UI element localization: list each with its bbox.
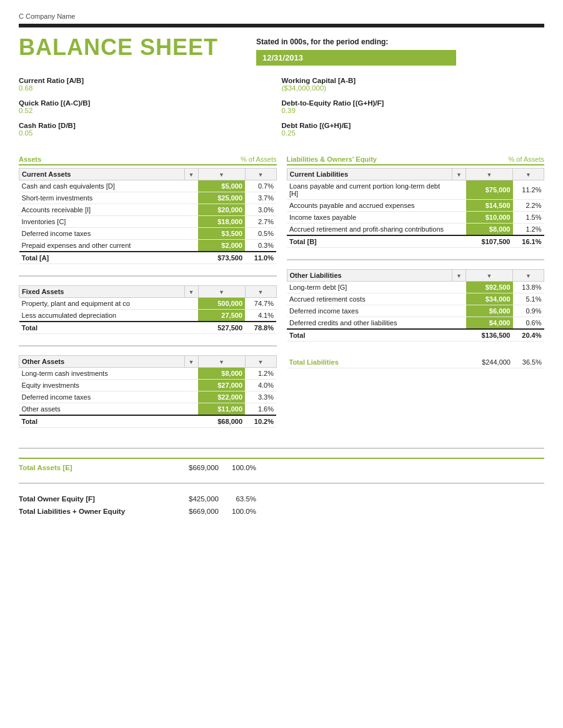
assets-pct-header: % of Assets xyxy=(241,155,276,163)
current-assets-block: Current Assets ▼ ▼ ▼ Cash and cash equiv… xyxy=(19,168,277,264)
col-drop3[interactable]: ▼ xyxy=(513,169,544,180)
table-row: Long-term cash investments $8,000 1.2% xyxy=(19,368,277,380)
col-drop1[interactable]: ▼ xyxy=(184,286,198,298)
total-assets-pct: 100.0% xyxy=(219,464,256,471)
total-owner-equity-value: $425,000 xyxy=(156,495,219,503)
ratios-left: Current Ratio [A/B] 0.68 Quick Ratio [(A… xyxy=(19,77,282,144)
row-label: Loans payable and current portion long-t… xyxy=(287,180,452,200)
total-row: Total [A] $73,500 11.0% xyxy=(19,252,277,264)
row-label: Income taxes payable xyxy=(287,212,452,224)
col-drop1[interactable]: ▼ xyxy=(452,169,466,180)
row-value: $8,000 xyxy=(466,224,513,236)
row-label: Deferred income taxes xyxy=(19,228,185,240)
row-pct: 3.0% xyxy=(245,204,276,216)
row-value: $14,500 xyxy=(466,200,513,212)
row-label: Deferred income taxes xyxy=(287,305,452,317)
total-row: Total $136,500 20.4% xyxy=(287,329,544,342)
top-bar xyxy=(19,24,544,27)
table-row: Deferred income taxes $3,500 0.5% xyxy=(19,228,277,240)
row-drop xyxy=(184,228,198,240)
row-pct: 74.7% xyxy=(245,298,276,310)
header-row: BALANCE SHEET Stated in 000s, for the pe… xyxy=(19,35,544,66)
current-assets-title: Current Assets xyxy=(19,169,185,180)
total-liabilities-equity-label: Total Liabilities + Owner Equity xyxy=(19,508,156,515)
current-assets-table: Current Assets ▼ ▼ ▼ Cash and cash equiv… xyxy=(19,168,277,264)
ratio-current: Current Ratio [A/B] 0.68 xyxy=(19,77,282,92)
col-drop2[interactable]: ▼ xyxy=(198,169,245,180)
col-drop2[interactable]: ▼ xyxy=(466,270,513,282)
row-pct: 4.1% xyxy=(245,310,276,322)
col-drop1[interactable]: ▼ xyxy=(452,270,466,282)
row-label: Long-term cash investments xyxy=(19,368,185,380)
title-block: BALANCE SHEET xyxy=(19,35,256,60)
row-value: $20,000 xyxy=(198,204,245,216)
total-assets-row: Total Assets [E] $669,000 100.0% xyxy=(19,461,544,474)
col-drop1[interactable]: ▼ xyxy=(184,356,198,368)
row-pct: 3.3% xyxy=(245,391,276,403)
row-value: $75,000 xyxy=(466,180,513,200)
total-value: $68,000 xyxy=(198,415,245,428)
col-drop3[interactable]: ▼ xyxy=(245,286,276,298)
row-drop xyxy=(184,298,198,310)
row-value: $5,000 xyxy=(198,180,245,192)
assets-section-header: Assets % of Assets xyxy=(19,155,277,165)
total-drop xyxy=(452,235,466,248)
ratio-cash-label: Cash Ratio [D/B] xyxy=(19,122,282,129)
row-value: $25,000 xyxy=(198,192,245,204)
col-drop3[interactable]: ▼ xyxy=(245,169,276,180)
period-value[interactable]: 12/31/2013 xyxy=(256,50,456,66)
total-value: 527,500 xyxy=(198,322,245,334)
row-label: Accrued retirement and profit-sharing co… xyxy=(287,224,452,236)
total-drop xyxy=(184,322,198,334)
row-label: Deferred income taxes xyxy=(19,391,185,403)
table-row: Other assets $11,000 1.6% xyxy=(19,403,277,416)
row-label: Cash and cash equivalents [D] xyxy=(19,180,185,192)
row-value: $10,000 xyxy=(466,212,513,224)
row-pct: 3.7% xyxy=(245,192,276,204)
col-drop2[interactable]: ▼ xyxy=(198,356,245,368)
ratios-right: Working Capital [A-B] ($34,000,000) Debt… xyxy=(282,77,545,144)
total-label: Total xyxy=(287,329,452,342)
main-tables: Assets % of Assets Current Assets ▼ ▼ ▼ xyxy=(19,155,544,439)
row-value: $8,000 xyxy=(198,368,245,380)
col-drop3[interactable]: ▼ xyxy=(245,356,276,368)
row-drop xyxy=(452,180,466,200)
current-liabilities-block: Current Liabilities ▼ ▼ ▼ Loans payable … xyxy=(287,168,545,248)
ratio-debt-value: 0.25 xyxy=(282,129,545,137)
col-drop2[interactable]: ▼ xyxy=(198,286,245,298)
ratios-section: Current Ratio [A/B] 0.68 Quick Ratio [(A… xyxy=(19,77,544,144)
summary-green-divider xyxy=(19,458,544,459)
row-pct: 1.6% xyxy=(245,403,276,416)
col-drop3[interactable]: ▼ xyxy=(513,270,544,282)
row-label: Property, plant and equipment at co xyxy=(19,298,185,310)
row-label: Short-term investments xyxy=(19,192,185,204)
total-row: Total $68,000 10.2% xyxy=(19,415,277,428)
row-label: Other assets xyxy=(19,403,185,416)
row-drop xyxy=(452,317,466,330)
row-drop xyxy=(184,403,198,416)
right-col: Liabilities & Owners' Equity % of Assets… xyxy=(287,155,545,439)
ratio-current-label: Current Ratio [A/B] xyxy=(19,77,282,84)
divider-s2 xyxy=(19,483,544,484)
total-liabilities-pct: 36.5% xyxy=(513,357,544,368)
row-pct: 0.7% xyxy=(245,180,276,192)
total-liabilities-row: Total Liabilities $244,000 36.5% xyxy=(287,354,545,371)
total-pct: 20.4% xyxy=(513,329,544,342)
row-value: $18,000 xyxy=(198,216,245,228)
ratio-working-capital-value: ($34,000,000) xyxy=(282,84,545,92)
row-drop xyxy=(184,216,198,228)
total-drop xyxy=(184,252,198,264)
total-pct: 16.1% xyxy=(513,235,544,248)
row-label: Accounts receivable [I] xyxy=(19,204,185,216)
col-drop1[interactable]: ▼ xyxy=(184,169,198,180)
assets-header-label: Assets xyxy=(19,155,41,163)
total-label: Total xyxy=(19,322,185,334)
row-pct: 1.2% xyxy=(245,368,276,380)
row-drop xyxy=(452,224,466,236)
col-drop2[interactable]: ▼ xyxy=(466,169,513,180)
total-liabilities-value: $244,000 xyxy=(457,357,513,368)
total-pct: 10.2% xyxy=(245,415,276,428)
total-pct: 78.8% xyxy=(245,322,276,334)
row-pct: 13.8% xyxy=(513,282,544,293)
ratio-working-capital: Working Capital [A-B] ($34,000,000) xyxy=(282,77,545,92)
